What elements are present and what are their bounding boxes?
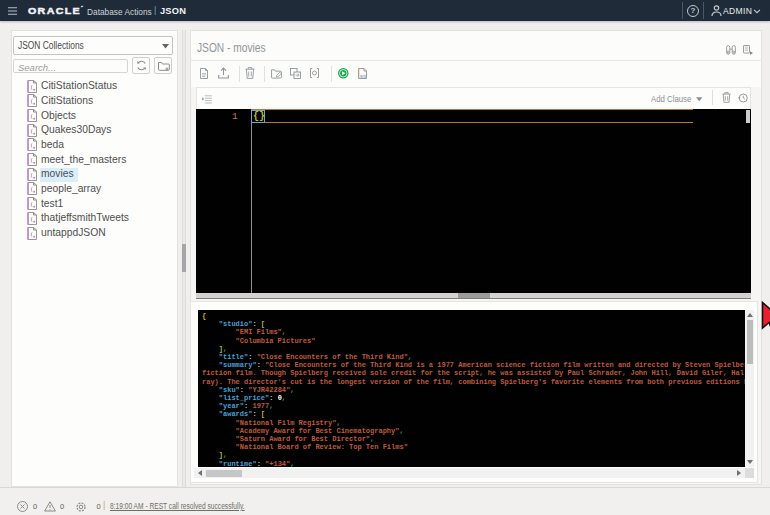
svg-text:SQL: SQL xyxy=(360,74,367,78)
